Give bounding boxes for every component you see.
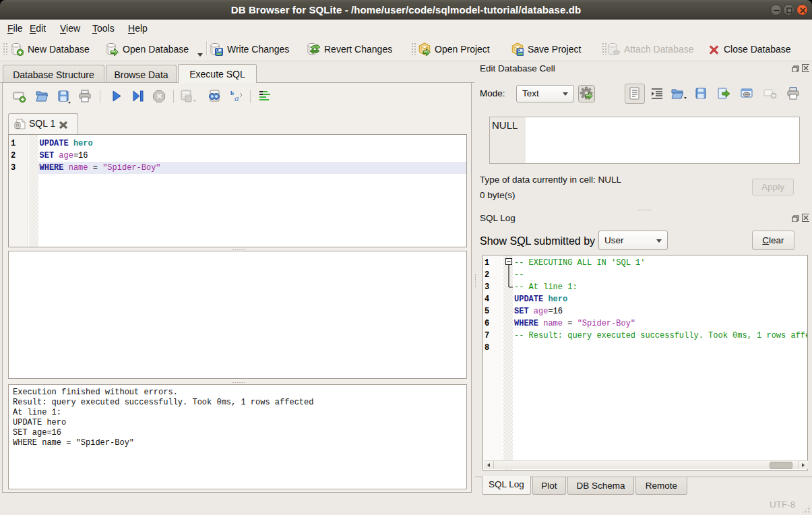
svg-text:a: a [235, 93, 239, 103]
svg-text:b: b [230, 90, 234, 96]
